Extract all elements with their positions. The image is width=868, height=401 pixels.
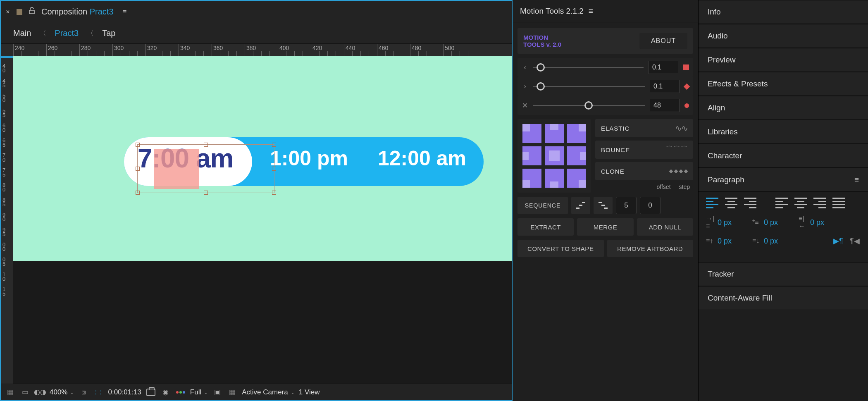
composition-viewport[interactable]: 7:00 am 1:00 pm 12:00 am — [13, 56, 512, 384]
panel-title: Motion Tools 2.1.2 — [520, 7, 584, 16]
slider-knob[interactable] — [537, 82, 545, 91]
camera-dropdown[interactable]: Active Camera ⌄ — [242, 388, 294, 396]
align-center-icon[interactable] — [725, 198, 737, 208]
composition-tabbar: × Composition Pract3 ≡ — [1, 1, 512, 23]
anchor-point-grid — [517, 119, 591, 193]
anchor-bc[interactable] — [545, 169, 564, 188]
ruler-vertical[interactable]: 40 45 50 55 60 65 70 75 80 85 90 95 00 0… — [1, 56, 13, 384]
panel-audio[interactable]: Audio — [699, 24, 868, 48]
panel-menu-icon[interactable]: ≡ — [589, 7, 593, 16]
sequence-down-icon[interactable] — [594, 197, 613, 214]
add-null-button[interactable]: ADD NULL — [637, 218, 693, 236]
align-right-icon[interactable] — [744, 198, 756, 208]
keyframe-marker-icon[interactable] — [684, 103, 689, 108]
ease-slider-2[interactable]: ✕48 — [517, 96, 693, 115]
slider-value-input[interactable]: 0.1 — [649, 61, 678, 74]
merge-button[interactable]: MERGE — [577, 218, 633, 236]
slider-value-input[interactable]: 0.1 — [650, 80, 680, 93]
panel-paragraph[interactable]: Paragraph≡ — [699, 168, 868, 192]
slider-track[interactable] — [533, 105, 645, 106]
transparency-icon[interactable]: ▣ — [212, 387, 223, 398]
current-time[interactable]: 0:00:01:13 — [108, 388, 141, 396]
justify-left-icon[interactable] — [775, 198, 788, 208]
panel-menu-icon[interactable]: ≡ — [123, 8, 127, 16]
snapshot-icon[interactable]: ◉ — [160, 387, 171, 398]
sequence-offset-input[interactable]: 5 — [616, 197, 637, 214]
indent-right[interactable]: ≡|←0 px — [799, 215, 824, 230]
views-dropdown[interactable]: 1 View — [299, 388, 320, 396]
sequence-button[interactable]: SEQUENCE — [517, 197, 568, 214]
region-icon[interactable]: ⬚ — [93, 387, 104, 398]
anchor-tr[interactable] — [567, 124, 586, 143]
close-icon[interactable]: × — [4, 8, 12, 16]
keyframe-marker-icon[interactable] — [684, 83, 690, 90]
anchor-tc[interactable] — [545, 124, 564, 143]
slider-arrow-icon: ‹ — [522, 63, 528, 72]
slider-value-input[interactable]: 48 — [650, 99, 680, 112]
anchor-br[interactable] — [567, 169, 586, 188]
anchor-tl[interactable] — [522, 124, 541, 143]
indent-first-line[interactable]: *≡0 px — [752, 215, 778, 230]
space-before[interactable]: ≡↑0 px — [706, 236, 732, 246]
anchor-bl[interactable] — [522, 169, 541, 188]
ruler-horizontal[interactable]: 2402602803003203403603804004204404604805… — [1, 44, 512, 56]
panel-align[interactable]: Align — [699, 96, 868, 120]
slider-track[interactable] — [533, 67, 644, 68]
chevron-left-icon: 〈 — [39, 29, 46, 38]
resolution-dropdown[interactable]: Full ⌄ — [190, 388, 208, 396]
elastic-button[interactable]: ELASTIC∿∿ — [595, 119, 693, 137]
panel-tracker[interactable]: Tracker — [699, 262, 868, 286]
remove-artboard-button[interactable]: REMOVE ARTBOARD — [607, 240, 694, 257]
about-button[interactable]: ABOUT — [639, 33, 687, 49]
ease-slider-1[interactable]: ›0.1 — [517, 77, 693, 96]
slider-knob[interactable] — [584, 101, 593, 110]
anchor-ml[interactable] — [522, 146, 541, 165]
keyframe-marker-icon[interactable] — [683, 64, 689, 70]
convert-to-shape-button[interactable]: CONVERT TO SHAPE — [517, 240, 604, 257]
zoom-dropdown[interactable]: 400% ⌄ — [50, 388, 74, 396]
grid-icon[interactable]: ▦ — [5, 387, 16, 398]
panel-preview[interactable]: Preview — [699, 48, 868, 72]
panel-effects[interactable]: Effects & Presets — [699, 72, 868, 96]
guides-icon[interactable]: ▦ — [227, 387, 238, 398]
motion-tools-banner: MOTIONTOOLS v. 2.0 ABOUT — [517, 28, 693, 54]
panel-libraries[interactable]: Libraries — [699, 120, 868, 144]
indent-left[interactable]: →|≡0 px — [706, 215, 732, 230]
align-left-icon[interactable] — [706, 198, 718, 208]
panel-info[interactable]: Info — [699, 0, 868, 24]
resolution-icon[interactable]: ⧈ — [78, 387, 89, 398]
pill-text-3[interactable]: 12:00 am — [378, 146, 466, 170]
justify-all-icon[interactable] — [832, 198, 845, 208]
channels-icon[interactable] — [175, 387, 186, 398]
ease-slider-0[interactable]: ‹0.1 — [517, 58, 693, 77]
camera-icon[interactable] — [145, 387, 156, 398]
sequence-up-icon[interactable] — [571, 197, 590, 214]
sequence-step-input[interactable]: 0 — [640, 197, 661, 214]
panel-menu-icon[interactable]: ≡ — [854, 175, 859, 184]
pill-text-2[interactable]: 1:00 pm — [270, 146, 348, 170]
justify-center-icon[interactable] — [794, 198, 807, 208]
clone-button[interactable]: CLONE — [595, 162, 693, 180]
lock-icon[interactable] — [27, 7, 36, 17]
paragraph-body: →|≡0 px *≡0 px ≡|←0 px ≡↑0 px ≡↓0 px ▶¶ … — [699, 192, 868, 251]
space-after[interactable]: ≡↓0 px — [752, 236, 778, 246]
text-direction-rtl-icon[interactable]: ¶◀ — [850, 236, 861, 246]
breadcrumb-item-main[interactable]: Main — [13, 29, 31, 38]
justify-right-icon[interactable] — [813, 198, 826, 208]
panel-content-aware[interactable]: Content-Aware Fill — [699, 286, 868, 310]
text-direction-ltr-icon[interactable]: ▶¶ — [833, 236, 844, 246]
bounce-button[interactable]: BOUNCE⌒⌒⌒ — [595, 141, 693, 159]
panel-character[interactable]: Character — [699, 144, 868, 168]
anchor-mr[interactable] — [567, 146, 586, 165]
slider-knob[interactable] — [537, 63, 545, 72]
extract-button[interactable]: EXTRACT — [517, 218, 574, 236]
breadcrumb-item-tap[interactable]: Tap — [102, 29, 115, 38]
mask-icon[interactable]: ◐◑ — [35, 387, 45, 398]
breadcrumb-item-active[interactable]: Pract3 — [55, 29, 79, 38]
screen-icon[interactable]: ▭ — [20, 387, 31, 398]
slider-track[interactable] — [533, 86, 645, 87]
anchor-mc[interactable] — [545, 146, 564, 165]
motion-tools-header: Motion Tools 2.1.2 ≡ — [513, 0, 698, 22]
composition-panel: × Composition Pract3 ≡ Main 〈 Pract3 〈 T… — [0, 0, 513, 401]
selection-box[interactable] — [137, 144, 274, 193]
